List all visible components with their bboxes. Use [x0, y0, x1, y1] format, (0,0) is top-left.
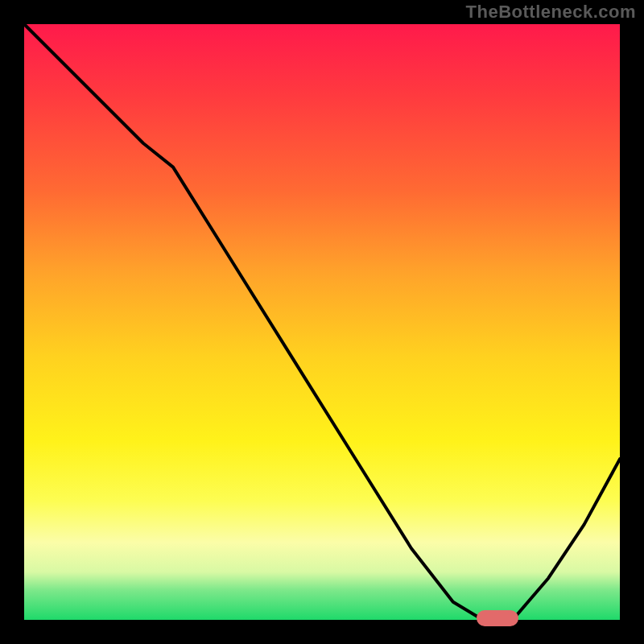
- plot-area: [24, 24, 620, 620]
- chart-frame: TheBottleneck.com: [0, 0, 644, 644]
- bottleneck-curve: [24, 24, 620, 620]
- highlight-marker: [477, 610, 518, 626]
- watermark-text: TheBottleneck.com: [466, 2, 636, 23]
